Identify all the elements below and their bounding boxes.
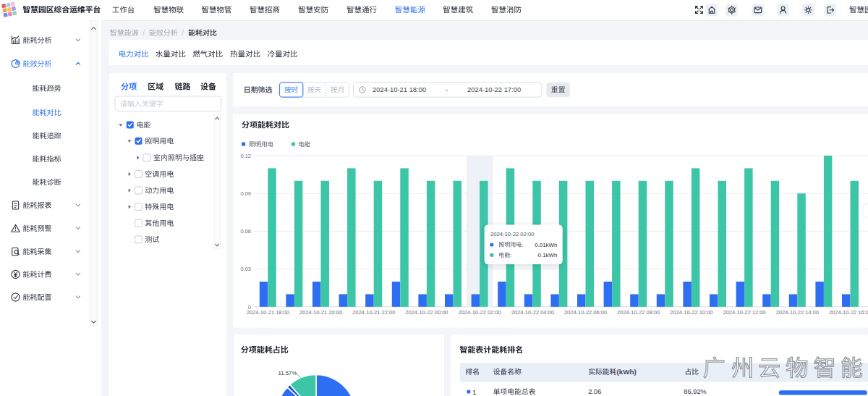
svg-text:/: / xyxy=(142,29,145,37)
svg-text:-: - xyxy=(446,85,448,93)
svg-text::: : xyxy=(522,242,523,248)
svg-text:86.92%: 86.92% xyxy=(684,388,707,395)
svg-text:(kWh): (kWh) xyxy=(617,368,637,376)
svg-text:2024-10-22 08:00: 2024-10-22 08:00 xyxy=(617,309,660,316)
svg-text:0.1kWh: 0.1kWh xyxy=(538,252,558,258)
svg-text:2024-10-21 20:00: 2024-10-21 20:00 xyxy=(299,309,342,316)
svg-text:/: / xyxy=(182,29,184,37)
svg-text:2.06: 2.06 xyxy=(588,388,601,395)
svg-text:2024-10-21 18:00: 2024-10-21 18:00 xyxy=(247,309,289,316)
svg-text:0.09: 0.09 xyxy=(240,190,251,197)
svg-text:0.06: 0.06 xyxy=(240,228,251,235)
svg-text:1: 1 xyxy=(472,388,476,396)
svg-text:0.12: 0.12 xyxy=(240,153,251,159)
svg-text:2024-10-22 04:00: 2024-10-22 04:00 xyxy=(511,309,554,316)
svg-text:11.57%: 11.57% xyxy=(278,370,297,376)
svg-text:0.03: 0.03 xyxy=(240,266,251,272)
svg-text:2024-10-22 00:00: 2024-10-22 00:00 xyxy=(405,309,448,316)
svg-text::: : xyxy=(510,252,511,258)
svg-text:2024-10-21 22:00: 2024-10-21 22:00 xyxy=(352,309,395,316)
svg-text:2024-10-22 14:00: 2024-10-22 14:00 xyxy=(776,309,819,316)
svg-text:2024-10-22 02:00: 2024-10-22 02:00 xyxy=(459,309,501,316)
svg-text:2024-10-22 06:00: 2024-10-22 06:00 xyxy=(564,309,607,316)
svg-text:0.01kWh: 0.01kWh xyxy=(535,242,557,248)
svg-text:2024-10-22 12:00: 2024-10-22 12:00 xyxy=(723,309,766,316)
svg-text:2024-10-22 17:00: 2024-10-22 17:00 xyxy=(467,85,521,93)
svg-text:2024-10-22 10:00: 2024-10-22 10:00 xyxy=(670,309,712,316)
svg-text:2024-10-22 02:00: 2024-10-22 02:00 xyxy=(490,231,535,237)
svg-text:2024-10-21 18:00: 2024-10-21 18:00 xyxy=(373,85,426,93)
svg-text:2024-10-22 16:00: 2024-10-22 16:00 xyxy=(829,309,868,316)
